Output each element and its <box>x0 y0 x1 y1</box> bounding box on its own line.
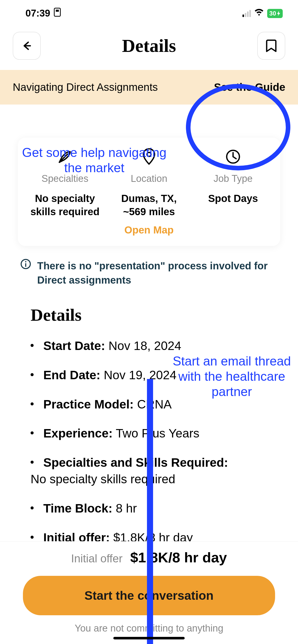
battery-level: 30 <box>269 10 276 17</box>
guide-banner: Navigating Direct Assignments See the Gu… <box>0 70 298 105</box>
end-date-value: Nov 19, 2024 <box>104 368 177 382</box>
detail-practice-model: Practice Model: CRNA <box>31 396 267 413</box>
svg-rect-1 <box>56 10 59 12</box>
jobtype-value: Spot Days <box>194 192 273 205</box>
detail-specialties-skills: Specialties and Skills Required: No spec… <box>31 455 267 488</box>
time-block-label: Time Block: <box>43 502 112 515</box>
banner-text: Navigating Direct Assignments <box>13 81 158 93</box>
info-note: There is no "presentation" process invol… <box>0 246 298 295</box>
practice-model-label: Practice Model: <box>43 398 134 411</box>
offer-summary: Initial offer $1.8K/8 hr day <box>23 549 275 566</box>
summary-card: Specialties No specialty skills required… <box>18 138 280 246</box>
nav-bar: Details <box>0 24 298 70</box>
status-time: 07:39 <box>25 8 50 19</box>
svg-point-5 <box>25 261 26 262</box>
detail-end-date: End Date: Nov 19, 2024 <box>31 367 267 384</box>
details-heading: Details <box>31 305 267 325</box>
details-list: Start Date: Nov 18, 2024 End Date: Nov 1… <box>31 338 267 546</box>
details-section: Details Start Date: Nov 18, 2024 End Dat… <box>0 295 298 546</box>
wifi-icon <box>254 8 264 19</box>
start-date-value: Nov 18, 2024 <box>109 339 181 353</box>
summary-location: Location Dumas, TX, ~569 miles <box>107 148 191 218</box>
see-guide-link[interactable]: See the Guide <box>214 81 285 93</box>
specialties-skills-value: No specialty skills required <box>31 471 267 488</box>
specialties-skills-label: Specialties and Skills Required: <box>43 456 228 469</box>
location-label: Location <box>110 173 188 184</box>
signal-icon <box>242 10 251 17</box>
info-icon <box>20 259 31 287</box>
pin-icon <box>110 148 188 166</box>
summary-specialties: Specialties No specialty skills required <box>23 148 107 218</box>
offer-label: Initial offer <box>71 552 123 565</box>
time-block-value: 8 hr <box>116 502 137 515</box>
end-date-label: End Date: <box>43 368 100 382</box>
battery-icon: 30 <box>267 9 283 18</box>
arrow-left-icon <box>21 40 32 51</box>
svg-rect-0 <box>54 8 60 16</box>
home-indicator <box>113 637 185 639</box>
practice-model-value: CRNA <box>137 398 172 411</box>
clock-icon <box>194 148 273 166</box>
start-date-label: Start Date: <box>43 339 105 353</box>
detail-start-date: Start Date: Nov 18, 2024 <box>31 338 267 354</box>
feather-icon <box>25 148 104 166</box>
jobtype-label: Job Type <box>194 173 273 184</box>
status-card-icon <box>54 8 61 19</box>
page-title: Details <box>122 35 176 56</box>
open-map-link[interactable]: Open Map <box>23 224 275 236</box>
bottom-bar: Initial offer $1.8K/8 hr day Start the c… <box>0 541 298 644</box>
svg-point-2 <box>147 152 151 156</box>
offer-value: $1.8K/8 hr day <box>130 549 227 566</box>
experience-value: Two Plus Years <box>116 427 199 440</box>
svg-rect-6 <box>25 263 26 267</box>
detail-time-block: Time Block: 8 hr <box>31 500 267 517</box>
experience-label: Experience: <box>43 427 113 440</box>
start-conversation-button[interactable]: Start the conversation <box>23 576 275 615</box>
location-value: Dumas, TX, ~569 miles <box>110 192 188 218</box>
bookmark-icon <box>266 39 277 52</box>
bookmark-button[interactable] <box>257 32 285 60</box>
detail-experience: Experience: Two Plus Years <box>31 425 267 442</box>
status-bar: 07:39 30 <box>0 0 298 24</box>
summary-jobtype: Job Type Spot Days <box>191 148 275 218</box>
specialties-value: No specialty skills required <box>25 192 104 218</box>
back-button[interactable] <box>13 32 41 60</box>
specialties-label: Specialties <box>25 173 104 184</box>
info-note-text: There is no "presentation" process invol… <box>37 259 278 287</box>
cta-subtext: You are not committing to anything <box>23 623 275 634</box>
